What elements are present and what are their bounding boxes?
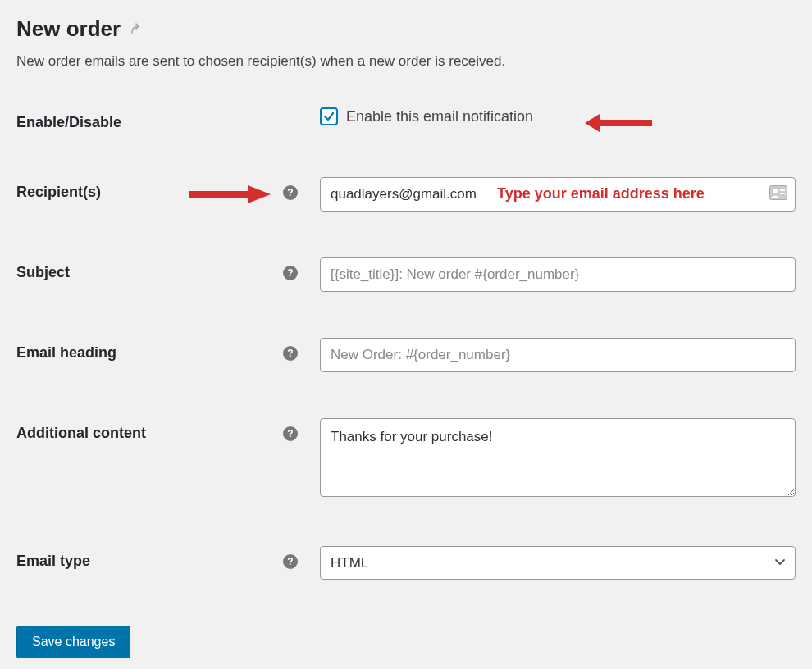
row-heading: Email heading ? bbox=[16, 338, 796, 372]
label-subject: Subject bbox=[16, 257, 283, 281]
annotation-arrow-recipients bbox=[189, 184, 271, 205]
help-icon[interactable]: ? bbox=[283, 426, 298, 441]
label-email-type: Email type bbox=[16, 546, 283, 570]
annotation-arrow-enable bbox=[585, 112, 652, 134]
enable-checkbox-wrap[interactable]: Enable this email notification bbox=[320, 107, 796, 125]
page-title-text: New order bbox=[16, 16, 121, 42]
enable-checkbox[interactable] bbox=[320, 107, 338, 125]
annotation-text-recipients: Type your email address here bbox=[497, 185, 705, 203]
help-icon[interactable]: ? bbox=[283, 346, 298, 361]
label-enable: Enable/Disable bbox=[16, 107, 283, 131]
additional-content-textarea[interactable] bbox=[320, 418, 796, 497]
svg-rect-2 bbox=[780, 189, 785, 191]
row-enable: Enable/Disable Enable this email notific… bbox=[16, 107, 796, 131]
row-recipients: Recipient(s) ? Type your email address h… bbox=[16, 177, 796, 212]
subject-input[interactable] bbox=[320, 257, 796, 292]
save-button[interactable]: Save changes bbox=[16, 626, 130, 658]
page-description: New order emails are sent to chosen reci… bbox=[16, 53, 796, 70]
enable-checkbox-label: Enable this email notification bbox=[346, 108, 533, 125]
row-subject: Subject ? bbox=[16, 257, 796, 292]
contacts-icon[interactable] bbox=[769, 185, 787, 203]
svg-point-1 bbox=[773, 189, 778, 193]
label-heading: Email heading bbox=[16, 338, 283, 362]
label-additional: Additional content bbox=[16, 418, 283, 442]
row-additional: Additional content ? bbox=[16, 418, 796, 500]
help-icon[interactable]: ? bbox=[283, 266, 298, 280]
help-icon[interactable]: ? bbox=[283, 554, 298, 569]
help-icon[interactable]: ? bbox=[283, 185, 298, 200]
back-icon[interactable] bbox=[129, 21, 145, 38]
svg-rect-3 bbox=[780, 193, 785, 194]
page-title: New order bbox=[16, 16, 796, 42]
heading-input[interactable] bbox=[320, 338, 796, 372]
row-email-type: Email type ? HTML bbox=[16, 546, 796, 580]
email-type-select[interactable]: HTML bbox=[320, 546, 796, 580]
